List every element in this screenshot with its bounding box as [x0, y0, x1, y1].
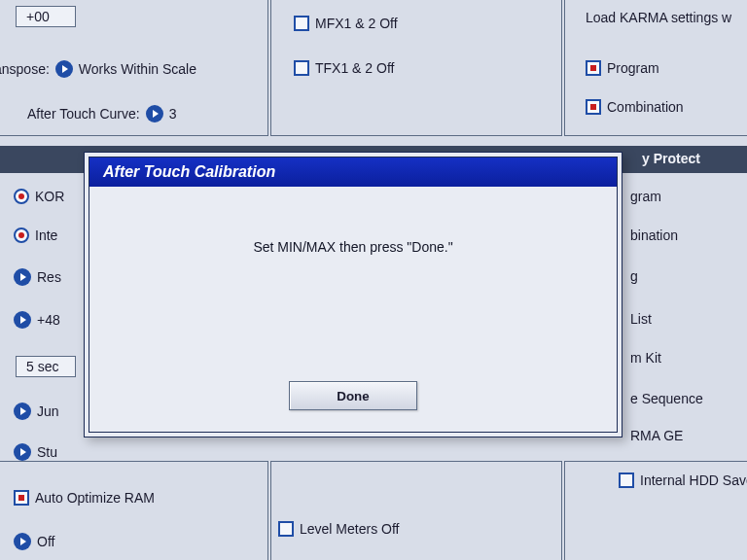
- param-label-stu: Stu: [37, 444, 57, 460]
- after-touch-calibration-dialog: After Touch Calibration Set MIN/MAX then…: [84, 152, 622, 438]
- mfx-off-checkbox[interactable]: [294, 16, 309, 31]
- program-label: Program: [607, 60, 659, 76]
- option-label-r5: e Sequence: [630, 391, 703, 406]
- karma-settings-label: Load KARMA settings w: [586, 10, 731, 25]
- chevron-right-icon[interactable]: [14, 533, 31, 550]
- auto-optimize-ram-label: Auto Optimize RAM: [35, 490, 155, 506]
- tfx-off-label: TFX1 & 2 Off: [315, 60, 394, 76]
- combination-checkbox[interactable]: [586, 99, 601, 115]
- after-touch-curve-value[interactable]: 3: [169, 106, 177, 122]
- option-label-r4: m Kit: [630, 350, 661, 366]
- param-label-res: Res: [37, 269, 61, 285]
- transpose-mode-value[interactable]: Works Within Scale: [79, 61, 196, 77]
- param-label-off: Off: [37, 534, 54, 549]
- radio-option-1[interactable]: [14, 228, 29, 243]
- panel-bottom-mid: [270, 461, 562, 560]
- chevron-right-icon[interactable]: [14, 402, 31, 420]
- radio-label-1: Inte: [35, 228, 57, 243]
- mfx-off-label: MFX1 & 2 Off: [315, 16, 398, 31]
- tfx-off-checkbox[interactable]: [294, 60, 309, 76]
- option-label-r0: gram: [630, 189, 661, 204]
- protect-label: y Protect: [642, 151, 700, 166]
- option-label-r3: List: [630, 311, 652, 327]
- option-label-r2: g: [630, 268, 638, 284]
- option-label-r1: bination: [630, 228, 678, 243]
- dialog-inner: After Touch Calibration Set MIN/MAX then…: [89, 157, 618, 433]
- internal-hdd-save-checkbox[interactable]: [619, 472, 634, 488]
- internal-hdd-save-label: Internal HDD Save: [640, 472, 747, 488]
- param-label-jun: Jun: [37, 403, 59, 419]
- dialog-title: After Touch Calibration: [89, 158, 617, 187]
- auto-optimize-ram-checkbox[interactable]: [14, 490, 29, 506]
- done-button[interactable]: Done: [289, 381, 417, 410]
- radio-label-0: KOR: [35, 189, 64, 204]
- transpose-value[interactable]: +00: [16, 6, 76, 27]
- after-touch-curve-label: After Touch Curve:: [27, 106, 140, 122]
- chevron-right-icon[interactable]: [14, 443, 31, 461]
- chevron-right-icon[interactable]: [55, 60, 73, 78]
- chevron-right-icon[interactable]: [146, 105, 163, 122]
- chevron-right-icon[interactable]: [14, 311, 31, 329]
- chevron-right-icon[interactable]: [14, 268, 31, 286]
- param-label-48: +48: [37, 312, 60, 328]
- option-label-r6: RMA GE: [630, 428, 683, 443]
- program-checkbox[interactable]: [586, 60, 601, 76]
- dialog-message: Set MIN/MAX then press "Done.": [89, 239, 617, 255]
- level-meters-off-label: Level Meters Off: [300, 521, 399, 537]
- level-meters-off-checkbox[interactable]: [278, 521, 294, 537]
- combination-label: Combination: [607, 99, 684, 115]
- transpose-label: anspose:: [0, 61, 50, 77]
- delay-value[interactable]: 5 sec: [16, 356, 76, 377]
- radio-option-0[interactable]: [14, 189, 29, 204]
